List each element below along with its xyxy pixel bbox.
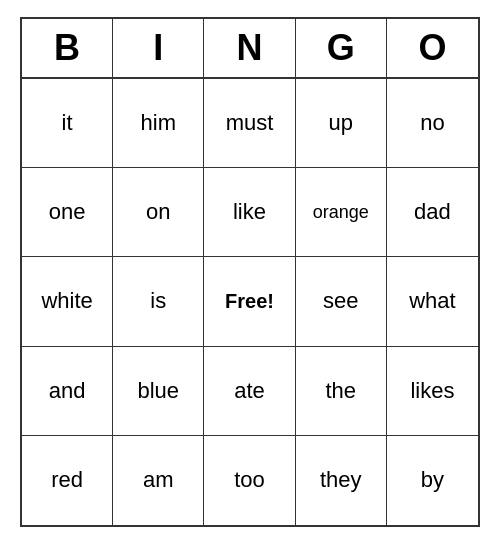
bingo-card: B I N G O it him must up no one on like … (20, 17, 480, 527)
cell-4-4: by (387, 436, 478, 525)
cell-0-0: it (22, 79, 113, 168)
bingo-header: B I N G O (22, 19, 478, 79)
cell-2-1: is (113, 257, 204, 346)
cell-2-2-free: Free! (204, 257, 295, 346)
header-g: G (296, 19, 387, 77)
cell-4-0: red (22, 436, 113, 525)
cell-4-3: they (296, 436, 387, 525)
cell-3-2: ate (204, 347, 295, 436)
cell-1-2: like (204, 168, 295, 257)
cell-1-4: dad (387, 168, 478, 257)
cell-0-1: him (113, 79, 204, 168)
cell-3-1: blue (113, 347, 204, 436)
cell-0-2: must (204, 79, 295, 168)
cell-3-0: and (22, 347, 113, 436)
cell-0-4: no (387, 79, 478, 168)
cell-1-0: one (22, 168, 113, 257)
cell-1-3: orange (296, 168, 387, 257)
cell-2-0: white (22, 257, 113, 346)
cell-2-3: see (296, 257, 387, 346)
header-n: N (204, 19, 295, 77)
cell-0-3: up (296, 79, 387, 168)
header-o: O (387, 19, 478, 77)
header-i: I (113, 19, 204, 77)
cell-4-1: am (113, 436, 204, 525)
header-b: B (22, 19, 113, 77)
cell-4-2: too (204, 436, 295, 525)
bingo-grid: it him must up no one on like orange dad… (22, 79, 478, 525)
cell-3-3: the (296, 347, 387, 436)
cell-1-1: on (113, 168, 204, 257)
cell-3-4: likes (387, 347, 478, 436)
cell-2-4: what (387, 257, 478, 346)
